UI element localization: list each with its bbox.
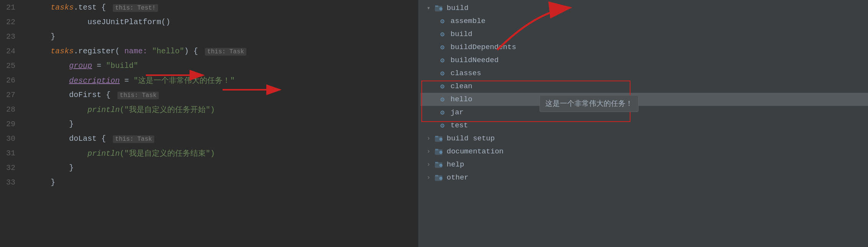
tree-item-build-needed[interactable]: ⚙ buildNeeded: [421, 54, 868, 67]
line-number: 27: [0, 91, 23, 99]
tree-group-other[interactable]: › other: [421, 171, 868, 184]
chevron-right-icon: ›: [427, 148, 434, 155]
folder-icon: [434, 133, 444, 143]
tree-group-documentation[interactable]: › documentation: [421, 145, 868, 158]
task-tree-panel: ▾ build ⚙ assemble ⚙ build ⚙ buildDepend…: [421, 0, 868, 247]
type-label: this: Task: [205, 48, 246, 56]
svg-rect-19: [435, 162, 438, 163]
gear-icon: ⚙: [437, 29, 447, 39]
task-name: clean: [451, 82, 472, 91]
folder-icon: [434, 160, 444, 170]
line-number: 28: [0, 105, 23, 114]
code-line-22: 22 useJUnitPlatform(): [0, 15, 418, 29]
tree-item-test[interactable]: ⚙ test: [421, 119, 868, 132]
svg-rect-24: [435, 175, 438, 176]
task-name: buildNeeded: [451, 56, 498, 64]
tree-item-assemble[interactable]: ⚙ assemble: [421, 15, 868, 28]
task-name: classes: [451, 69, 481, 77]
code-text: useJUnitPlatform(): [51, 18, 170, 26]
string-value: ("我是自定义的任务结束"): [120, 149, 215, 158]
folder-icon: [434, 3, 444, 13]
line-number: 22: [0, 18, 23, 26]
code-editor: 21 tasks.test { this: Test! 22 useJUnitP…: [0, 0, 418, 247]
group-name: other: [447, 173, 469, 182]
svg-rect-4: [435, 5, 438, 7]
task-name: buildDependents: [451, 43, 516, 51]
folder-icon: [434, 173, 444, 183]
line-number: 33: [0, 178, 23, 187]
line-number: 26: [0, 76, 23, 85]
gear-icon: ⚙: [437, 94, 447, 104]
line-number: 31: [0, 149, 23, 158]
group-name: build: [447, 4, 469, 12]
svg-rect-9: [435, 136, 438, 137]
tree-item-build-dependents[interactable]: ⚙ buildDependents: [421, 41, 868, 54]
line-number: 24: [0, 47, 23, 56]
chevron-right-icon: ›: [427, 135, 434, 142]
chevron-right-icon: ›: [427, 161, 434, 168]
tree-item-build[interactable]: ⚙ build: [421, 28, 868, 41]
tree-item-clean[interactable]: ⚙ clean: [421, 80, 868, 93]
tree-item-jar[interactable]: ⚙ jar: [421, 106, 868, 119]
svg-rect-14: [435, 149, 438, 150]
chevron-down-icon: ▾: [427, 4, 434, 12]
group-name: documentation: [447, 147, 503, 156]
group-name: build setup: [447, 134, 495, 143]
tree-item-classes[interactable]: ⚙ classes: [421, 67, 868, 80]
line-number: 23: [0, 32, 23, 41]
string-value: "hello": [147, 47, 184, 56]
tree-item-hello[interactable]: ⚙ hello: [421, 93, 868, 106]
string-value: ("我是自定义的任务开始"): [120, 105, 215, 114]
task-name: assemble: [451, 17, 485, 25]
tree-group-build-setup[interactable]: › build setup: [421, 132, 868, 145]
line-number: 29: [0, 120, 23, 128]
line-number: 32: [0, 163, 23, 172]
gear-icon: ⚙: [437, 120, 447, 130]
gear-icon: ⚙: [437, 42, 447, 52]
line-number: 30: [0, 134, 23, 143]
task-name: test: [451, 121, 468, 130]
gear-icon: ⚙: [437, 68, 447, 78]
line-content: }: [23, 169, 55, 196]
group-name: help: [447, 160, 464, 169]
line-number: 21: [0, 3, 23, 12]
tooltip-text: 这是一个非常伟大的任务！: [545, 100, 633, 108]
folder-icon: [434, 147, 444, 156]
code-text: ) {: [184, 47, 203, 56]
task-name: jar: [451, 108, 464, 117]
task-name: hello: [451, 95, 472, 104]
gear-icon: ⚙: [437, 81, 447, 91]
gear-icon: ⚙: [437, 107, 447, 117]
tree-group-build[interactable]: ▾ build: [421, 2, 868, 15]
task-name: build: [451, 30, 472, 38]
chevron-right-icon: ›: [427, 174, 434, 181]
code-text: }: [51, 178, 55, 187]
println-func: println: [87, 105, 120, 114]
println-func: println: [87, 149, 120, 158]
gear-icon: ⚙: [437, 55, 447, 65]
task-description-tooltip: 这是一个非常伟大的任务！: [540, 95, 639, 112]
line-number: 25: [0, 61, 23, 70]
tree-group-help[interactable]: › help: [421, 158, 868, 171]
gear-icon: ⚙: [437, 16, 447, 26]
code-text: }: [69, 163, 74, 172]
